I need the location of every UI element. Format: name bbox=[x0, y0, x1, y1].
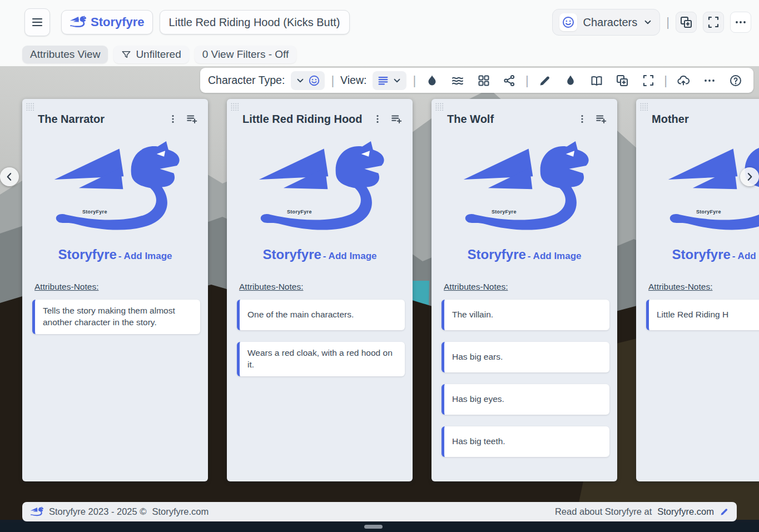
cloud-sync-button[interactable] bbox=[673, 71, 693, 91]
read-mode-button[interactable] bbox=[587, 71, 606, 91]
card-header: Mother bbox=[636, 99, 759, 127]
divider: | bbox=[413, 73, 416, 88]
drag-handle-icon[interactable] bbox=[639, 102, 649, 112]
kebab-icon bbox=[372, 113, 383, 125]
storyfyre-dragon-logo-icon bbox=[254, 141, 385, 242]
carousel-right-button[interactable] bbox=[740, 167, 759, 186]
logo-caption: Storyfyre bbox=[58, 247, 116, 262]
note-text: Wears a red cloak, with a red hood on it… bbox=[247, 347, 397, 371]
card-header: The Wolf bbox=[431, 99, 617, 127]
fullscreen-toolbar-button[interactable] bbox=[638, 71, 658, 91]
toolbar-more-button[interactable] bbox=[700, 71, 720, 91]
duplicate-button[interactable] bbox=[612, 71, 632, 91]
character-card: The Wolf StoryFyre Storyfyre - Add Image… bbox=[431, 99, 617, 481]
card-header: The Narrator bbox=[22, 99, 208, 127]
header: Storyfyre Little Red Riding Hood (Kicks … bbox=[0, 0, 759, 66]
note-card[interactable]: One of the main characters. bbox=[237, 300, 405, 330]
add-note-button[interactable] bbox=[183, 111, 200, 127]
card-menu-button[interactable] bbox=[165, 111, 181, 127]
view-mode-select[interactable] bbox=[373, 71, 406, 90]
note-card[interactable]: Has big eyes. bbox=[441, 384, 609, 415]
note-card[interactable]: Has big teeth. bbox=[441, 426, 609, 457]
attributes-notes-label: Attributes-Notes: bbox=[444, 282, 617, 292]
view-filters-label: 0 View Filters - Off bbox=[202, 48, 289, 61]
drag-handle-icon[interactable] bbox=[435, 102, 444, 112]
card-menu-button[interactable] bbox=[574, 111, 591, 127]
note-text: The villain. bbox=[452, 309, 493, 321]
chevron-down-icon bbox=[643, 17, 653, 27]
character-type-label: Character Type: bbox=[208, 74, 285, 87]
attributes-view-pill[interactable]: Attributes View bbox=[22, 46, 108, 63]
card-add-image-button[interactable]: StoryFyre Storyfyre - Add Image bbox=[227, 141, 413, 265]
note-card[interactable]: Little Red Riding H bbox=[646, 300, 759, 330]
smiley-icon-chip bbox=[559, 13, 577, 31]
card-title: The Narrator bbox=[38, 113, 162, 126]
card-title: Little Red Riding Hood bbox=[242, 113, 367, 126]
logo-watermark: StoryFyre bbox=[696, 209, 721, 215]
flame-tool-button[interactable] bbox=[422, 71, 441, 91]
character-type-select[interactable] bbox=[291, 71, 325, 90]
edit-link-icon[interactable] bbox=[720, 507, 729, 516]
logo-caption: Storyfyre bbox=[672, 247, 730, 262]
unfiltered-pill[interactable]: Unfiltered bbox=[113, 46, 188, 63]
ellipsis-icon bbox=[734, 16, 747, 29]
attributes-notes-label: Attributes-Notes: bbox=[648, 282, 759, 292]
add-note-button[interactable] bbox=[593, 111, 609, 127]
storyfyre-dragon-logo-icon bbox=[49, 141, 181, 242]
more-options-button[interactable] bbox=[730, 12, 751, 33]
logo-caption-row: Storyfyre - Add Image bbox=[431, 247, 617, 265]
card-title: Mother bbox=[652, 113, 759, 126]
storyfyre-dragon-logo-icon bbox=[459, 141, 590, 242]
hamburger-menu-icon bbox=[31, 16, 44, 29]
footer-site-link[interactable]: Storyfyre.com bbox=[152, 506, 209, 517]
logo-caption-row: Storyfyre - Add Image bbox=[227, 247, 413, 265]
card-menu-button[interactable] bbox=[369, 111, 386, 127]
footer-site-link-right[interactable]: Storyfyre.com bbox=[657, 506, 714, 517]
card-add-image-button[interactable]: StoryFyre Storyfyre - Add Image bbox=[22, 141, 208, 265]
grid-view-button[interactable] bbox=[474, 71, 493, 91]
logo-caption-row: Storyfyre - Add Image bbox=[22, 247, 208, 265]
playlist-add-icon bbox=[390, 113, 403, 125]
hamburger-menu-button[interactable] bbox=[24, 8, 50, 36]
horizontal-scrollbar-thumb[interactable] bbox=[364, 525, 383, 529]
attributes-notes-label: Attributes-Notes: bbox=[34, 282, 208, 292]
drag-handle-icon[interactable] bbox=[230, 102, 240, 112]
character-card: The Narrator StoryFyre Storyfyre - Add I… bbox=[22, 99, 208, 481]
note-card[interactable]: Has big ears. bbox=[441, 342, 609, 372]
grid-icon bbox=[477, 74, 490, 87]
help-button[interactable] bbox=[726, 71, 746, 91]
share-button[interactable] bbox=[500, 71, 519, 91]
note-text: One of the main characters. bbox=[247, 309, 354, 321]
footer-left: Storyfyre 2023 - 2025 © Storyfyre.com bbox=[30, 506, 209, 518]
carousel-left-button[interactable] bbox=[0, 167, 19, 186]
notes-list: Little Red Riding H bbox=[636, 300, 759, 330]
chevron-down-icon bbox=[295, 76, 305, 86]
card-add-image-button[interactable]: StoryFyre Storyfyre - Add Image bbox=[431, 141, 617, 265]
notes-list: One of the main characters.Wears a red c… bbox=[227, 300, 413, 376]
droplet-tool-button[interactable] bbox=[560, 71, 580, 91]
logo-watermark: StoryFyre bbox=[287, 209, 312, 215]
waves-icon bbox=[451, 74, 464, 87]
project-title-chip[interactable]: Little Red Riding Hood (Kicks Butt) bbox=[160, 10, 350, 34]
note-card[interactable]: Tells the story making them almost anoth… bbox=[32, 300, 200, 334]
view-filters-pill[interactable]: 0 View Filters - Off bbox=[195, 46, 297, 63]
divider: | bbox=[664, 73, 667, 88]
note-card[interactable]: Wears a red cloak, with a red hood on it… bbox=[237, 342, 405, 376]
view-type-dropdown[interactable]: Characters bbox=[552, 9, 660, 36]
project-title: Little Red Riding Hood (Kicks Butt) bbox=[169, 16, 340, 29]
book-icon bbox=[590, 74, 603, 87]
brand-chip[interactable]: Storyfyre bbox=[61, 10, 153, 34]
drag-handle-icon[interactable] bbox=[26, 102, 35, 112]
footer-bar: Storyfyre 2023 - 2025 © Storyfyre.com Re… bbox=[22, 502, 737, 521]
chevron-right-icon bbox=[744, 171, 755, 182]
waves-tool-button[interactable] bbox=[448, 71, 468, 91]
add-note-button[interactable] bbox=[388, 111, 405, 127]
cloud-icon bbox=[677, 74, 690, 87]
duplicate-board-button[interactable] bbox=[676, 12, 697, 33]
note-text: Has big teeth. bbox=[452, 436, 505, 448]
note-text: Has big eyes. bbox=[452, 394, 504, 405]
edit-button[interactable] bbox=[535, 71, 554, 91]
card-add-image-button[interactable]: StoryFyre Storyfyre - Add Image bbox=[636, 141, 759, 265]
note-card[interactable]: The villain. bbox=[441, 300, 609, 330]
fullscreen-button[interactable] bbox=[703, 12, 724, 33]
